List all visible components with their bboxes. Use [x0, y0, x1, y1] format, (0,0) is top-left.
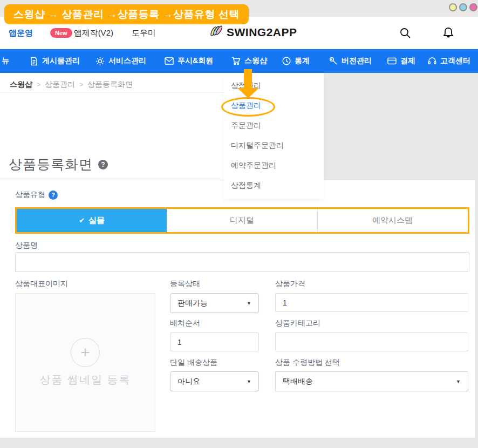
- tab-label: 디지털: [230, 215, 254, 226]
- nav-item-stats[interactable]: 통계: [282, 49, 310, 73]
- breadcrumb: 스윙샵 > 상품관리 > 상품등록화면: [10, 80, 133, 90]
- logo[interactable]: SWING2APP: [209, 24, 297, 40]
- dropdown-item-reservation-order-management[interactable]: 예약주문관리: [224, 155, 324, 175]
- mail-icon: [165, 57, 174, 65]
- dropdown-item-order-management[interactable]: 주문관리: [224, 116, 324, 135]
- price-input[interactable]: 1: [275, 293, 468, 312]
- tab-physical[interactable]: ✔ 실물: [17, 209, 167, 232]
- nav-label: 스윙샵: [244, 56, 267, 66]
- breadcrumb-item[interactable]: 상품관리: [45, 80, 75, 90]
- tab-reservation[interactable]: 예약시스템: [317, 209, 468, 232]
- order-label: 배치순서: [170, 318, 200, 327]
- nav-item-payment[interactable]: 결제: [387, 49, 415, 73]
- price-label: 상품가격: [275, 279, 305, 288]
- product-name-label: 상품명: [15, 241, 38, 249]
- cart-icon: [231, 57, 241, 65]
- chevron-down-icon: ▼: [247, 379, 251, 384]
- nav-item-partial[interactable]: 뉴: [2, 49, 9, 73]
- nav-label: 서비스관리: [108, 56, 146, 66]
- new-badge: New: [50, 28, 72, 38]
- receive-method-select[interactable]: 택배배송 ▼: [275, 371, 468, 391]
- card-icon: [387, 57, 397, 65]
- receive-method-value: 택배배송: [283, 377, 313, 386]
- tab-label: 예약시스템: [372, 215, 413, 226]
- clock-icon: [282, 57, 291, 65]
- menu-app-maker[interactable]: 앱제작(V2): [74, 28, 113, 38]
- check-icon: ✔: [79, 216, 85, 225]
- status-select[interactable]: 판매가능 ▼: [170, 293, 259, 313]
- app-window: 앱운영 New 앱제작(V2) 도우미 SWING2APP: [0, 0, 478, 448]
- dropdown-item-store-stats[interactable]: 상점통계: [224, 175, 324, 195]
- receive-method-label: 상품 수령방법 선택: [275, 358, 340, 366]
- single-shipping-value: 아니요: [177, 377, 200, 386]
- thumbnail-upload[interactable]: + 상품 썸네일 등록: [15, 293, 155, 432]
- window-minimize-icon[interactable]: [449, 3, 457, 11]
- help-icon[interactable]: ?: [49, 191, 58, 200]
- nav-item-push-members[interactable]: 푸시&회원: [165, 49, 213, 73]
- search-icon[interactable]: [399, 26, 412, 42]
- window-controls: [449, 3, 477, 11]
- gear-icon: [95, 57, 105, 66]
- product-type-label: 상품유형: [15, 190, 45, 200]
- chevron-down-icon: ▼: [456, 379, 461, 384]
- logo-text: SWING2APP: [227, 26, 297, 39]
- breadcrumb-separator: >: [79, 81, 83, 89]
- breadcrumb-separator: >: [37, 81, 40, 89]
- arrow-down-icon: [244, 69, 252, 89]
- swing-logo-icon: [209, 24, 224, 40]
- product-type-tabs: ✔ 실물 디지털 예약시스템: [15, 207, 469, 234]
- category-input[interactable]: [275, 332, 468, 351]
- breadcrumb-item[interactable]: 스윙샵: [10, 80, 32, 90]
- headset-icon: [428, 57, 436, 65]
- highlight-ellipse: [221, 97, 275, 117]
- nav-label: 게시물관리: [42, 56, 80, 66]
- main-navbar: 뉴 게시물관리 서비스관리 푸시&회원 스윙샵 통계 버전관리 결제: [0, 49, 478, 73]
- thumbnail-placeholder: 상품 썸네일 등록: [39, 372, 131, 387]
- wrench-icon: [329, 57, 338, 65]
- notification-bell-icon[interactable]: [442, 26, 455, 42]
- status-value: 판매가능: [177, 298, 208, 308]
- window-maximize-icon[interactable]: [459, 3, 467, 11]
- nav-item-posts[interactable]: 게시물관리: [30, 49, 80, 73]
- menu-app-operation[interactable]: 앱운영: [9, 28, 33, 38]
- background-notch: [324, 73, 478, 180]
- nav-label: 푸시&회원: [177, 56, 213, 66]
- tutorial-banner: 스윙샵 → 상품관리 →상품등록 →상품유형 선택: [4, 4, 249, 24]
- divider: [0, 92, 224, 93]
- dropdown-item-digital-order-management[interactable]: 디지털주문관리: [224, 135, 324, 155]
- single-shipping-select[interactable]: 아니요 ▼: [170, 371, 259, 391]
- tab-label: 실물: [88, 215, 105, 226]
- thumbnail-label: 상품대표이미지: [15, 279, 68, 288]
- nav-label: 통계: [295, 56, 310, 66]
- nav-item-support[interactable]: 고객센터: [428, 49, 470, 73]
- status-label: 등록상태: [170, 279, 200, 288]
- nav-label: 결제: [400, 56, 415, 66]
- help-icon[interactable]: ?: [98, 160, 108, 169]
- page-title: 상품등록화면: [9, 155, 93, 173]
- product-name-input[interactable]: [15, 252, 469, 272]
- nav-label: 고객센터: [440, 56, 470, 66]
- nav-item-service[interactable]: 서비스관리: [95, 49, 146, 73]
- breadcrumb-item: 상품등록화면: [87, 80, 133, 90]
- nav-item-version[interactable]: 버전관리: [329, 49, 372, 73]
- category-label: 상품카테고리: [275, 318, 320, 327]
- menu-helper[interactable]: 도우미: [132, 28, 156, 38]
- order-input[interactable]: 1: [170, 332, 259, 351]
- nav-label: 버전관리: [342, 56, 372, 66]
- document-icon: [30, 57, 38, 66]
- single-shipping-label: 단일 배송상품: [170, 358, 217, 366]
- plus-icon: +: [71, 338, 100, 367]
- tab-digital[interactable]: 디지털: [167, 209, 317, 232]
- window-close-icon[interactable]: [469, 3, 477, 11]
- chevron-down-icon: ▼: [247, 301, 251, 306]
